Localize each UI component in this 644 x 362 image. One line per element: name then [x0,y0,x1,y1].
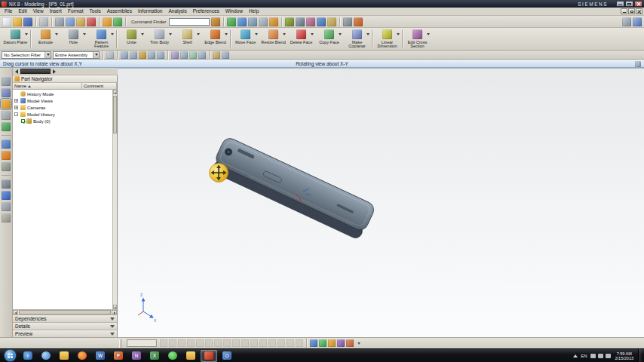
menu-preferences[interactable]: Preferences [190,8,222,15]
network-icon[interactable] [598,354,603,358]
section-dependencies[interactable]: Dependencies [13,314,117,322]
snap-point-toggle-icon[interactable] [106,51,114,59]
assembly-navigator-icon[interactable] [2,77,11,86]
taskbar-word[interactable]: W [92,350,109,362]
point-on-face-snap-icon[interactable] [198,51,206,59]
chevron-down-icon[interactable] [110,325,115,328]
pan-icon[interactable] [259,17,268,26]
reuse-library-icon[interactable] [2,111,11,120]
chevron-down-icon[interactable] [44,52,51,58]
dropdown-arrow-icon[interactable] [255,33,258,35]
column-header-comment[interactable]: Comment [82,83,117,90]
taskbar-onenote[interactable]: N [128,350,145,362]
dropdown-arrow-icon[interactable] [225,33,228,35]
taskbar-file-explorer[interactable] [56,350,72,362]
scroll-right-icon[interactable] [112,310,117,314]
arc-center-snap-icon[interactable] [157,51,164,59]
column-header-name[interactable]: Name [13,83,82,90]
shell-button[interactable]: Shell [173,29,201,50]
tree-item-model-views[interactable]: + Model Views [13,97,117,104]
redo-icon[interactable] [113,17,122,26]
maximize-button[interactable] [625,1,633,7]
offset-curve-icon[interactable] [250,339,258,347]
quadrant-snap-icon[interactable] [171,51,179,59]
chevron-down-icon[interactable] [110,318,115,321]
history-palette-icon[interactable] [2,151,11,160]
linear-dimension-button[interactable]: Linear Dimension [373,29,401,50]
taskbar-internet-explorer[interactable]: e [20,350,36,362]
sketch-name-combo[interactable] [127,339,157,347]
taskbar-clock[interactable]: 7:59 AM 2/15/2013 [615,351,633,360]
scroll-left-icon[interactable] [13,310,18,314]
manufacturing-wizard-icon[interactable] [2,179,11,189]
action-center-icon[interactable] [590,354,596,358]
tree-item-cameras[interactable]: + Cameras [13,104,117,111]
taskbar-outlook[interactable]: O [219,350,235,362]
point-on-curve-snap-icon[interactable] [189,51,197,59]
expand-icon[interactable]: + [14,106,18,109]
dropdown-arrow-icon[interactable] [283,33,286,35]
line-icon[interactable] [169,339,176,347]
horizontal-scrollbar[interactable] [13,309,117,314]
body-checkbox[interactable] [21,119,25,123]
circle-icon[interactable] [187,339,195,347]
zoom-icon[interactable] [248,17,257,26]
constraint-navigator-icon[interactable] [2,88,11,97]
quick-trim-icon[interactable] [278,339,285,347]
tree-item-history-mode[interactable]: History Mode [13,90,117,97]
display-constraints-icon[interactable] [328,339,336,347]
taskbar-media-player[interactable] [38,350,54,362]
mdi-close-button[interactable] [636,8,642,14]
move-face-button[interactable]: Move Face [232,29,259,50]
orient-view-icon[interactable] [317,17,326,26]
dropdown-arrow-icon[interactable] [366,33,370,35]
intersection-point-icon[interactable] [268,339,276,347]
convert-reference-icon[interactable] [337,339,345,347]
shaded-view-icon[interactable] [285,17,294,26]
menu-view[interactable]: View [30,8,47,15]
full-screen-icon[interactable] [622,17,631,26]
edit-cross-section-button[interactable]: Edit Cross Section [403,29,431,50]
delete-face-button[interactable]: Delete Face [287,29,315,50]
auto-dimension-icon[interactable] [319,339,327,347]
start-button[interactable] [5,350,16,361]
touch-mode-icon[interactable] [2,213,11,222]
menu-help[interactable]: Help [246,8,262,15]
menu-assemblies[interactable]: Assemblies [104,8,135,15]
magnify-snap-icon[interactable] [222,51,229,59]
vertical-scrollbar[interactable] [112,90,117,309]
dropdown-arrow-icon[interactable] [25,33,28,35]
studio-spline-icon[interactable] [232,339,240,347]
unite-button[interactable]: Unite [118,29,146,50]
selection-scope-dropdown[interactable]: Entire Assembly [53,51,100,59]
pattern-curve-icon[interactable] [259,339,267,347]
new-icon[interactable] [2,17,11,26]
make-coplanar-button[interactable]: Make Coplanar [343,29,371,50]
section-details[interactable]: Details [13,322,117,330]
hidden-icons-chevron[interactable] [573,354,578,357]
chamfer-icon[interactable] [205,339,213,347]
collapse-icon[interactable]: - [14,112,18,116]
wireframe-view-icon[interactable] [296,17,305,26]
menu-format[interactable]: Format [65,8,87,15]
bounded-grid-snap-icon[interactable] [213,51,220,59]
taskbar-documents-folder[interactable] [182,350,199,362]
datum-plane-button[interactable]: Datum Plane [2,29,29,50]
taskbar-firefox[interactable] [74,350,90,362]
scroll-right-icon[interactable] [53,69,56,74]
rectangle-icon[interactable] [214,339,222,347]
dropdown-arrow-icon[interactable] [339,33,342,35]
point-icon[interactable] [241,339,249,347]
mdi-minimize-button[interactable] [621,8,627,14]
language-indicator[interactable]: EN [580,354,587,358]
hd3d-tools-icon[interactable] [2,122,11,131]
delete-icon[interactable] [87,17,96,26]
chevron-down-icon[interactable] [110,333,115,336]
cut-icon[interactable] [55,17,64,26]
volume-icon[interactable] [606,354,611,358]
end-point-snap-icon[interactable] [121,51,128,59]
fillet-icon[interactable] [196,339,204,347]
expand-icon[interactable]: + [14,99,18,103]
make-corner-icon[interactable] [296,339,303,347]
show-desktop-button[interactable] [638,349,642,362]
